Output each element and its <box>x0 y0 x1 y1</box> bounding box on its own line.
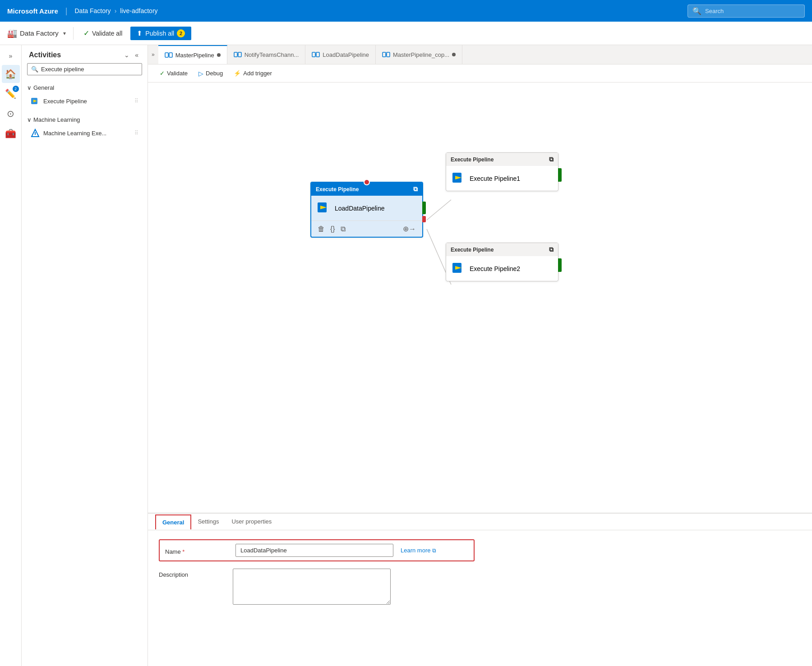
validate-checkmark-icon: ✓ <box>160 70 165 77</box>
right-top-node-icon <box>452 170 466 186</box>
sidebar-tools-button[interactable]: 🧰 <box>2 124 20 142</box>
validate-button[interactable]: ✓ Validate <box>155 68 192 79</box>
right-top-node-label: Execute Pipeline1 <box>470 175 520 182</box>
pipeline-area: » MasterPipeline NotifyTeamsChann... <box>148 45 812 666</box>
right-bottom-node-icon <box>452 261 466 276</box>
right-bottom-pipeline-node[interactable]: Execute Pipeline ⧉ Execute Pipeline2 <box>446 243 558 281</box>
general-tab-label: General <box>162 519 184 526</box>
chevron-down-icon-ml: ∨ <box>27 116 32 123</box>
svg-rect-7 <box>234 52 237 57</box>
name-label-text: Name <box>165 548 181 555</box>
description-label: Description <box>159 569 222 578</box>
activities-search-box[interactable]: 🔍 <box>27 63 142 75</box>
ml-group-header[interactable]: ∨ Machine Learning <box>27 115 142 125</box>
pipeline-tab-icon <box>165 51 173 59</box>
activities-search-input[interactable] <box>41 66 138 73</box>
description-label-text: Description <box>159 571 188 578</box>
tab-master-copy-label: MasterPipeline_cop... <box>393 51 449 58</box>
right-bottom-node-header: Execute Pipeline ⧉ <box>446 243 558 256</box>
right-top-pipeline-node[interactable]: Execute Pipeline ⧉ Execute Pipeline1 <box>446 152 558 191</box>
master-copy-tab-icon <box>382 51 390 59</box>
tab-load-data[interactable]: LoadDataPipeline <box>305 45 376 64</box>
name-label: Name * <box>165 546 228 555</box>
validate-all-label: Validate all <box>92 30 122 37</box>
svg-line-16 <box>427 200 451 220</box>
icon-sidebar: » 🏠 ✏️ 2 ⊙ 🧰 <box>0 45 22 666</box>
tab-master-copy[interactable]: MasterPipeline_cop... <box>376 45 462 64</box>
tab-notify-label: NotifyTeamsChann... <box>245 51 299 58</box>
ml-execute-activity[interactable]: Machine Learning Exe... ⠿ <box>27 126 142 140</box>
home-icon: 🏠 <box>5 69 16 79</box>
description-input[interactable] <box>233 569 391 605</box>
description-field-row: Description <box>159 569 801 605</box>
factory-label: Data Factory <box>20 29 59 37</box>
svg-rect-10 <box>312 52 315 57</box>
close-panel-button[interactable]: « <box>133 51 140 60</box>
tab-general[interactable]: General <box>155 514 191 529</box>
center-node-label: LoadDataPipeline <box>335 205 385 212</box>
open-external-icon[interactable]: ⧉ <box>413 185 418 193</box>
activities-group-general: ∨ General Execute Pipeline ⠿ <box>22 80 148 112</box>
tabs-bar: » MasterPipeline NotifyTeamsChann... <box>148 45 812 64</box>
breadcrumb-resource: live-adfactory <box>120 7 157 14</box>
name-input[interactable] <box>235 544 393 557</box>
general-group-header[interactable]: ∨ General <box>27 83 142 93</box>
chevron-down-icon: ∨ <box>27 84 32 91</box>
copy-icon[interactable]: ⧉ <box>340 224 346 234</box>
sidebar-pencil-button[interactable]: ✏️ 2 <box>2 85 20 103</box>
debug-button[interactable]: ▷ Debug <box>194 68 227 79</box>
activities-title: Activities <box>29 51 61 59</box>
svg-rect-5 <box>169 53 172 57</box>
properties-tabs: General Settings User properties <box>148 514 812 530</box>
code-icon[interactable]: {} <box>329 224 336 234</box>
node2-success-bar <box>558 258 562 272</box>
tab-notify-teams[interactable]: NotifyTeamsChann... <box>227 45 306 64</box>
tab-load-data-label: LoadDataPipeline <box>323 51 369 58</box>
ml-execute-label: Machine Learning Exe... <box>43 130 106 137</box>
settings-tab-label: Settings <box>198 518 219 525</box>
learn-more-link[interactable]: Learn more ⧉ <box>401 547 436 554</box>
search-box[interactable]: 🔍 <box>687 5 805 18</box>
publish-all-button[interactable]: ⬆ Publish all 2 <box>130 27 191 40</box>
search-icon: 🔍 <box>31 66 38 73</box>
load-tab-icon <box>312 51 320 59</box>
center-pipeline-node[interactable]: Execute Pipeline ⧉ LoadDataPipeline <box>310 182 423 238</box>
add-trigger-button[interactable]: ⚡ Add trigger <box>229 68 277 79</box>
open-external-icon-1[interactable]: ⧉ <box>549 156 554 163</box>
tab-expand-left[interactable]: » <box>148 45 158 64</box>
add-trigger-label: Add trigger <box>243 70 272 77</box>
svg-rect-13 <box>383 52 386 57</box>
activities-group-ml: ∨ Machine Learning Machine Learning Exe.… <box>22 112 148 144</box>
tools-icon: 🧰 <box>5 128 16 139</box>
open-external-icon-2[interactable]: ⧉ <box>549 246 554 253</box>
sidebar-expand-button[interactable]: » <box>4 49 18 63</box>
tab-dot-master <box>217 53 221 57</box>
node-status-dot <box>364 179 370 185</box>
execute-pipeline-activity[interactable]: Execute Pipeline ⠿ <box>27 94 142 108</box>
debug-icon: ▷ <box>198 70 203 77</box>
right-bottom-node-body: Execute Pipeline2 <box>446 256 558 281</box>
node-failure-bar <box>422 216 426 222</box>
breadcrumb-service[interactable]: Data Factory <box>74 7 111 14</box>
name-field-container: Name * Learn more ⧉ <box>159 539 475 561</box>
connect-icon[interactable]: ⊕→ <box>402 224 417 234</box>
activities-controls: ⌄ « <box>122 51 140 60</box>
sidebar-home-button[interactable]: 🏠 <box>2 65 20 83</box>
center-node-actions: 🗑 {} ⧉ ⊕→ <box>311 220 422 237</box>
center-node-pipeline-icon <box>317 200 331 216</box>
azure-brand: Microsoft Azure <box>7 7 58 15</box>
sidebar-monitor-button[interactable]: ⊙ <box>2 105 20 123</box>
tab-user-properties[interactable]: User properties <box>225 514 278 530</box>
user-properties-tab-label: User properties <box>231 518 272 525</box>
delete-icon[interactable]: 🗑 <box>317 224 326 234</box>
validate-all-button[interactable]: ✓ Validate all <box>79 26 127 40</box>
publish-badge: 2 <box>177 29 185 37</box>
ml-group-label: Machine Learning <box>33 116 80 123</box>
tab-master-pipeline[interactable]: MasterPipeline <box>158 45 227 64</box>
collapse-button[interactable]: ⌄ <box>122 51 131 60</box>
search-input[interactable] <box>705 8 800 14</box>
factory-dropdown-button[interactable]: ▾ <box>61 28 68 38</box>
pipeline-canvas[interactable]: Execute Pipeline ⧉ LoadDataPipeline <box>148 83 812 513</box>
tab-settings[interactable]: Settings <box>191 514 225 530</box>
validate-label: Validate <box>167 70 188 77</box>
